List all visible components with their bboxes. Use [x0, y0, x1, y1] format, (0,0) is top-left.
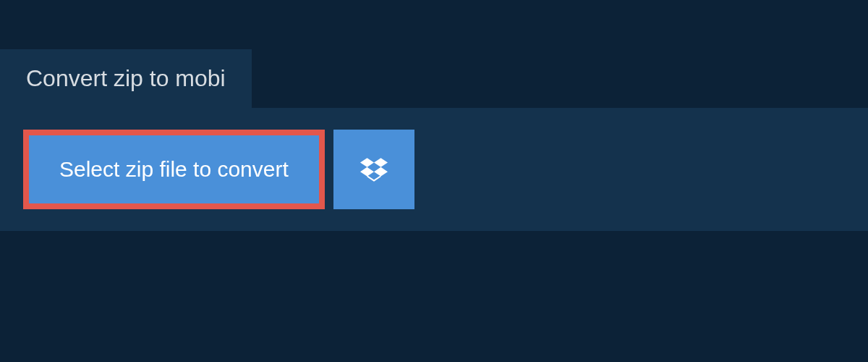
- tab-header[interactable]: Convert zip to mobi: [0, 49, 252, 108]
- dropbox-button[interactable]: [333, 130, 414, 209]
- dropbox-icon: [360, 156, 388, 183]
- tab-title: Convert zip to mobi: [26, 65, 226, 91]
- content-panel: Select zip file to convert: [0, 108, 868, 231]
- button-row: Select zip file to convert: [23, 130, 845, 209]
- select-file-button[interactable]: Select zip file to convert: [23, 130, 325, 209]
- select-file-label: Select zip file to convert: [59, 157, 289, 182]
